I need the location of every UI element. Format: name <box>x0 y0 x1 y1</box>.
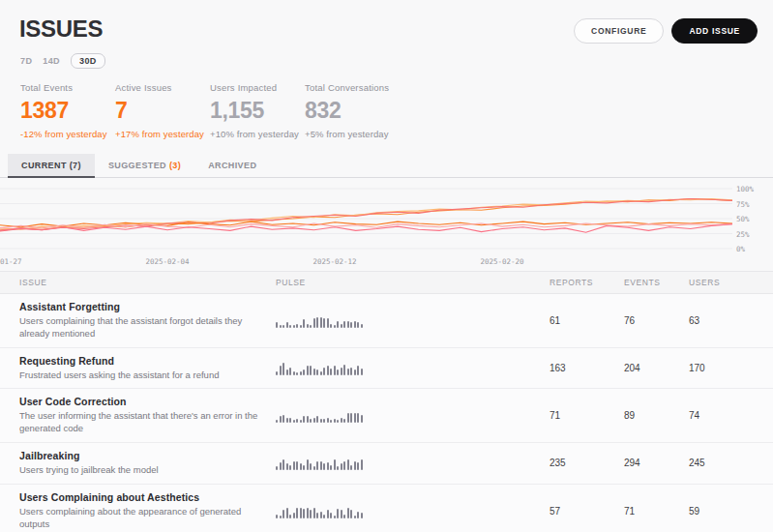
pulse-bar <box>282 510 284 517</box>
pulse-bar <box>316 416 318 423</box>
pulse-cell <box>276 313 550 328</box>
pulse-bar <box>282 415 284 423</box>
pulse-bar <box>289 465 291 471</box>
x-axis-tick-label: 2025-02-20 <box>480 257 523 266</box>
issues-table: ISSUEPULSEREPORTSEVENTSUSERS Assistant F… <box>0 271 773 532</box>
pulse-bar <box>361 513 363 518</box>
pulse-bar <box>296 372 298 375</box>
pulse-bar <box>313 318 315 328</box>
pulse-bar <box>296 461 298 471</box>
pulse-bar <box>337 369 339 375</box>
configure-button[interactable]: CONFIGURE <box>574 18 664 44</box>
stat-delta: +10% from yesterday <box>210 129 305 139</box>
pulse-bar <box>323 515 325 518</box>
pulse-bar <box>361 415 363 423</box>
y-axis-tick-label: 75% <box>736 200 750 209</box>
pulse-bar <box>289 515 291 518</box>
pulse-bar <box>347 459 349 470</box>
time-range-option-30d[interactable]: 30D <box>71 53 105 69</box>
time-range-selector: 7D14D30D <box>0 44 773 69</box>
tab-count: (7) <box>70 161 81 170</box>
table-row[interactable]: Assistant ForgettingUsers complaining th… <box>0 294 773 348</box>
table-row[interactable]: User Code CorrectionThe user informing t… <box>0 389 773 443</box>
pulse-bar <box>343 365 345 375</box>
tab-archived[interactable]: ARCHIVED <box>194 154 270 178</box>
reports-value: 71 <box>550 410 624 421</box>
reports-value: 57 <box>550 506 624 517</box>
pulse-bar <box>293 461 295 471</box>
chart-plot-area <box>0 188 732 250</box>
pulse-bar <box>357 512 359 518</box>
pulse-bar <box>337 466 339 470</box>
y-axis-tick-label: 100% <box>736 185 754 193</box>
pulse-bar <box>350 413 352 423</box>
pulse-bar <box>282 459 284 470</box>
pulse-bar <box>330 420 332 423</box>
pulse-sparkline <box>276 408 550 423</box>
pulse-bar <box>341 368 342 375</box>
page-header: ISSUES CONFIGURE ADD ISSUE <box>0 0 773 44</box>
pulse-bar <box>286 508 288 518</box>
issue-title: Users Complaining about Aesthetics <box>19 491 276 503</box>
pulse-bar <box>354 321 356 328</box>
pulse-bar <box>334 459 336 470</box>
users-value: 245 <box>689 458 754 468</box>
issue-cell: JailbreakingUsers trying to jailbreak th… <box>19 450 276 477</box>
pulse-bar <box>354 369 356 375</box>
stat-delta: +5% from yesterday <box>305 129 400 139</box>
tab-current[interactable]: CURRENT (7) <box>8 154 95 178</box>
pulse-bar <box>280 366 282 375</box>
stat-value: 832 <box>305 98 400 124</box>
events-value: 71 <box>624 506 689 517</box>
stat-card-0: Total Events1387-12% from yesterday <box>20 82 115 139</box>
pulse-bar <box>313 508 315 518</box>
pulse-bar <box>286 322 288 328</box>
pulse-bar <box>316 369 318 375</box>
pulse-bar <box>307 416 309 423</box>
issues-trend-chart[interactable]: 100%75%50%25%0% 2025-01-272025-02-042025… <box>0 184 773 271</box>
pulse-bar <box>343 515 345 518</box>
pulse-bar <box>296 508 298 518</box>
pulse-bar <box>320 512 322 518</box>
pulse-bar <box>330 369 332 375</box>
pulse-bar <box>276 322 278 328</box>
time-range-option-7d[interactable]: 7D <box>20 56 32 66</box>
table-row[interactable]: Requesting RefundFrustrated users asking… <box>0 348 773 390</box>
x-axis-tick-label: 2025-02-12 <box>312 257 356 266</box>
column-header-issue: ISSUE <box>19 278 276 287</box>
pulse-sparkline <box>276 504 550 518</box>
pulse-cell <box>276 456 550 470</box>
add-issue-button[interactable]: ADD ISSUE <box>671 18 758 44</box>
issue-cell: Assistant ForgettingUsers complaining th… <box>19 301 276 340</box>
pulse-bar <box>320 461 322 471</box>
pulse-bar <box>327 462 329 470</box>
issue-title: Jailbreaking <box>19 450 276 461</box>
pulse-bar <box>293 420 295 423</box>
pulse-bar <box>303 416 305 423</box>
pulse-bar <box>330 465 332 471</box>
pulse-bar <box>334 419 336 423</box>
tab-count: (3) <box>169 161 181 170</box>
issue-description: Users complaining that the assistant for… <box>19 315 263 340</box>
stat-card-2: Users Impacted1,155+10% from yesterday <box>210 82 305 139</box>
pulse-bar <box>337 321 339 328</box>
pulse-bar <box>341 463 342 470</box>
pulse-bar <box>310 366 312 375</box>
table-row[interactable]: Users Complaining about AestheticsUsers … <box>0 485 773 532</box>
chart-y-axis: 100%75%50%25%0% <box>736 184 765 271</box>
pulse-bar <box>300 420 302 423</box>
column-header-reports: REPORTS <box>550 278 624 287</box>
users-value: 63 <box>689 315 754 326</box>
pulse-bar <box>300 463 302 470</box>
pulse-bar <box>357 322 359 328</box>
time-range-option-14d[interactable]: 14D <box>43 56 60 66</box>
x-axis-tick-label: 2025-01-27 <box>0 257 22 266</box>
tab-suggested[interactable]: SUGGESTED (3) <box>95 154 194 178</box>
pulse-bar <box>341 418 342 424</box>
table-row[interactable]: JailbreakingUsers trying to jailbreak th… <box>0 443 773 485</box>
chart-x-axis: 2025-01-272025-02-042025-02-122025-02-20 <box>0 257 732 267</box>
stat-delta: -12% from yesterday <box>20 129 115 139</box>
pulse-bar <box>286 418 288 424</box>
pulse-bar <box>293 371 295 375</box>
pulse-bar <box>320 317 322 328</box>
